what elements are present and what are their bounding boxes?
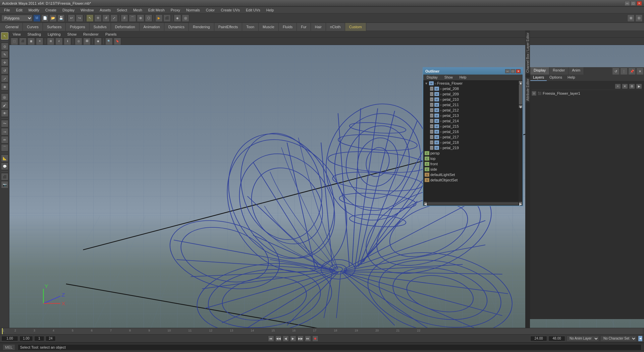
frame-total-end-input[interactable] — [530, 336, 547, 341]
smooth-btn[interactable]: ⬛ — [19, 38, 26, 45]
viewport-menu-lighting[interactable]: Lighting — [46, 32, 63, 37]
select-tool-btn[interactable]: ↖ — [86, 14, 94, 22]
rotate-tool-btn[interactable]: ↺ — [102, 14, 110, 22]
side-label-channel-box[interactable]: Channel Box / Layer Editor — [525, 31, 530, 74]
character-set-selector[interactable]: No Character Set — [600, 336, 637, 342]
hud-btn[interactable]: ℹ — [64, 38, 71, 45]
wireframe-btn[interactable]: ⬚ — [11, 38, 18, 45]
lasso-select-btn[interactable]: ⊙ — [1, 43, 8, 50]
hotbox-btn[interactable]: ⊟ — [635, 14, 643, 22]
layer-anim-btn[interactable]: ▶ — [636, 84, 642, 89]
tab-surfaces[interactable]: Surfaces — [43, 23, 66, 31]
menu-create-uvs[interactable]: Create UVs — [218, 7, 243, 13]
camera-btn[interactable]: 📷 — [1, 181, 8, 188]
menu-normals[interactable]: Normals — [183, 7, 203, 13]
snap-curve-btn[interactable]: ⌒ — [129, 14, 136, 22]
tab-rendering[interactable]: Rendering — [189, 23, 214, 31]
paint-select-btn[interactable]: ✎ — [1, 51, 8, 58]
cb-tab-anim[interactable]: Anim — [569, 67, 584, 75]
image-plane-btn[interactable]: 🖼 — [83, 38, 91, 45]
camera-fov-btn[interactable]: ⊞ — [47, 38, 54, 45]
tab-fluids[interactable]: Fluids — [279, 23, 297, 31]
tab-subdivs[interactable]: Subdivs — [90, 23, 111, 31]
layer-item-freesia[interactable]: V ⬛ Freesia_Flower_layer1 — [532, 90, 643, 97]
menu-edit[interactable]: Edit — [13, 7, 25, 13]
save-scene-btn[interactable]: 💾 — [57, 14, 65, 22]
move-btn[interactable]: ✛ — [1, 59, 8, 66]
outliner-item-petal218[interactable]: ─ M o petal_218 — [429, 140, 519, 145]
frame-start-input[interactable] — [1, 336, 18, 341]
outliner-item-petal211[interactable]: ─ M o petal_211 — [429, 102, 519, 107]
outliner-title-bar[interactable]: Outliner ─ □ ✕ — [423, 68, 523, 75]
menu-color[interactable]: Color — [203, 7, 217, 13]
render-region-btn[interactable]: ⬛ — [1, 173, 8, 180]
scale-btn[interactable]: ⤢ — [1, 75, 8, 82]
menu-select[interactable]: Select — [114, 7, 130, 13]
scale-tool-btn[interactable]: ⤢ — [110, 14, 118, 22]
arc-btn[interactable]: ⌒ — [1, 144, 8, 151]
step-forward-btn[interactable]: ▶▶ — [298, 336, 304, 342]
scroll-btn[interactable]: ◀ — [638, 336, 643, 342]
menu-mesh[interactable]: Mesh — [130, 7, 145, 13]
viewport-menu-view[interactable]: View — [11, 32, 23, 37]
frame-end-range-input[interactable] — [46, 336, 56, 341]
menu-file[interactable]: File — [1, 7, 13, 13]
outliner-item-petal208[interactable]: ─ M o petal_208 — [429, 86, 519, 91]
tab-toon[interactable]: Toon — [242, 23, 259, 31]
outliner-item-top[interactable]: C top — [423, 156, 519, 161]
soft-mod-btn[interactable]: ◎ — [1, 93, 8, 101]
light-btn[interactable]: ☀ — [36, 38, 43, 45]
minimize-button[interactable]: ─ — [625, 1, 630, 6]
outliner-item-petal212[interactable]: ─ M o petal_212 — [429, 107, 519, 113]
annotation-btn[interactable]: 💬 — [1, 163, 8, 170]
measure-btn[interactable]: 📐 — [1, 155, 8, 162]
menu-modify[interactable]: Modify — [26, 7, 42, 13]
cb-pin-btn[interactable]: 📌 — [628, 68, 636, 75]
cb-options-btn[interactable]: ⋮ — [620, 68, 628, 75]
ep-curve-btn[interactable]: ⊸ — [1, 128, 8, 135]
layer-tab-layers[interactable]: Layers — [530, 75, 547, 81]
viewport-zoom-btn[interactable]: 🔍 — [105, 38, 113, 45]
viewport-menu-renderer[interactable]: Renderer — [81, 32, 101, 37]
maya-logo-btn[interactable]: M — [33, 14, 41, 22]
snap-grid-btn[interactable]: # — [121, 14, 128, 22]
outliner-minimize-btn[interactable]: ─ — [505, 69, 510, 73]
snap-point-btn[interactable]: ⊕ — [137, 14, 144, 22]
frame-current-input[interactable] — [19, 336, 33, 341]
outliner-close-btn[interactable]: ✕ — [516, 69, 521, 73]
outliner-scrollbar[interactable]: ▲ ▼ — [519, 81, 523, 202]
play-forward-btn[interactable]: ▶ — [290, 336, 296, 342]
grid-toggle-btn[interactable]: # — [55, 38, 63, 45]
tab-hair[interactable]: Hair — [311, 23, 326, 31]
go-to-end-btn[interactable]: ⏭ — [305, 336, 311, 342]
mode-selector[interactable]: Polygons Object Mode — [1, 15, 33, 21]
show-manipulator-btn[interactable]: ◈ — [174, 14, 181, 22]
outliner-item-petal213[interactable]: ─ M o petal_213 — [429, 113, 519, 118]
timeline-ruler[interactable]: 1 2 3 4 5 6 7 8 9 10 11 12 13 14 15 16 1… — [0, 328, 644, 335]
cb-tab-display[interactable]: Display — [530, 67, 549, 75]
tab-muscle[interactable]: Muscle — [259, 23, 279, 31]
viewport-menu-show[interactable]: Show — [65, 32, 79, 37]
tab-ncloth[interactable]: nCloth — [326, 23, 345, 31]
soft-select-btn[interactable]: ◎ — [182, 14, 189, 22]
show-hide-btn[interactable]: 👁 — [1, 109, 8, 117]
frame-48-input[interactable] — [548, 336, 565, 341]
outliner-item-petal209[interactable]: ─ M o petal_209 — [429, 91, 519, 97]
texture-btn[interactable]: ▦ — [28, 38, 35, 45]
layer-visibility-toggle[interactable]: V — [532, 91, 536, 96]
curve-tool-btn[interactable]: 〜 — [1, 120, 8, 127]
render-btn[interactable]: ▶ — [155, 14, 163, 22]
outliner-item-side[interactable]: C side — [423, 167, 519, 172]
playhead[interactable] — [2, 328, 3, 334]
step-back-btn[interactable]: ◀◀ — [275, 336, 281, 342]
tab-curves[interactable]: Curves — [23, 23, 43, 31]
play-back-btn[interactable]: ◀ — [283, 336, 289, 342]
frame-number-input[interactable] — [34, 336, 44, 341]
side-label-attribute-editor[interactable]: Attribute Editor — [525, 77, 530, 102]
menu-assets[interactable]: Assets — [97, 7, 113, 13]
menu-create[interactable]: Create — [43, 7, 59, 13]
outliner-item-persp[interactable]: C persp — [423, 150, 519, 156]
menu-help[interactable]: Help — [264, 7, 277, 13]
ipr-btn[interactable]: ⬛ — [163, 14, 171, 22]
outliner-item-petal214[interactable]: ─ M o petal_214 — [429, 118, 519, 124]
